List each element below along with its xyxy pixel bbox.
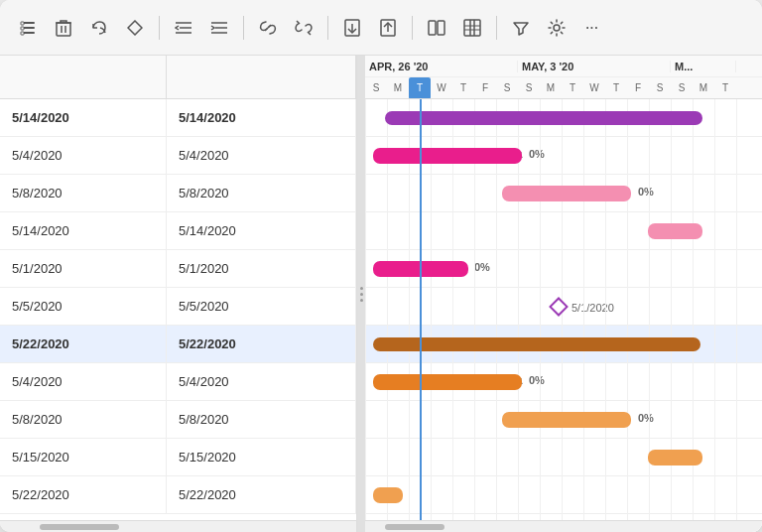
gantt-week-labels: APR, 26 '20MAY, 3 '20M...	[365, 56, 762, 77]
table-panel: 5/14/20205/14/20205/4/20205/4/20205/8/20…	[0, 56, 357, 532]
cell-baseline: 5/4/2020	[0, 363, 167, 400]
grid-button[interactable]	[456, 12, 488, 44]
table-row[interactable]: 5/14/20205/14/2020	[0, 212, 356, 250]
svg-rect-3	[21, 22, 24, 25]
svg-rect-25	[464, 20, 480, 36]
unlink-button[interactable]	[288, 12, 319, 44]
svg-rect-23	[429, 21, 436, 35]
day-label: M	[693, 77, 714, 99]
table-row[interactable]: 5/4/20205/4/2020	[0, 137, 356, 175]
settings-button[interactable]	[541, 12, 572, 44]
milestone-label: 5/1/2020	[572, 302, 614, 314]
day-label: S	[649, 77, 671, 99]
undo-button[interactable]	[83, 12, 115, 44]
gantt-bar	[502, 412, 631, 428]
gantt-header: APR, 26 '20MAY, 3 '20M...SMTWTFSSMTWTFSS…	[365, 56, 762, 99]
day-label: F	[474, 77, 496, 99]
svg-rect-4	[21, 27, 24, 30]
table-row[interactable]: 5/14/20205/14/2020	[0, 99, 356, 137]
import-button[interactable]	[336, 12, 368, 44]
gantt-row: 0%	[365, 401, 762, 439]
gantt-row: 0%	[365, 250, 762, 288]
link-button[interactable]	[252, 12, 284, 44]
svg-point-30	[554, 25, 560, 31]
cell-planned: 5/22/2020	[167, 326, 356, 362]
separator-5	[496, 16, 497, 40]
gantt-body: 0%↓0%0%5/1/20200%↓0%	[365, 99, 762, 520]
delete-button[interactable]	[48, 12, 79, 44]
table-row[interactable]: 5/5/20205/5/2020	[0, 288, 356, 326]
cell-planned: 5/14/2020	[167, 99, 356, 136]
svg-rect-6	[57, 23, 70, 36]
day-label: T	[714, 77, 736, 99]
gantt-row: 0%↓	[365, 363, 762, 401]
week-label: MAY, 3 '20	[518, 61, 671, 72]
svg-line-17	[297, 21, 300, 24]
gantt-bar	[373, 374, 522, 390]
grid-line	[583, 99, 584, 520]
toolbar: ···	[0, 0, 762, 56]
export-button[interactable]	[372, 12, 404, 44]
table-row[interactable]: 5/22/20205/22/2020	[0, 326, 356, 363]
cell-planned: 5/15/2020	[167, 439, 356, 475]
table-body: 5/14/20205/14/20205/4/20205/4/20205/8/20…	[0, 99, 356, 520]
svg-line-16	[265, 25, 271, 31]
grid-line	[540, 99, 541, 520]
day-label: S	[365, 77, 387, 99]
gantt-panel: APR, 26 '20MAY, 3 '20M...SMTWTFSSMTWTFSS…	[365, 56, 762, 532]
day-label: M	[387, 77, 409, 99]
filter-button[interactable]	[505, 12, 537, 44]
app-window: ··· 5/14/20205/14/20205/4/20205/4/20205/…	[0, 0, 762, 532]
cell-baseline: 5/22/2020	[0, 476, 167, 513]
cell-baseline: 5/8/2020	[0, 175, 167, 211]
gantt-scrollbar[interactable]	[365, 520, 762, 532]
indent-button[interactable]	[203, 12, 235, 44]
gantt-row: 0%	[365, 175, 762, 212]
grid-line	[714, 99, 715, 520]
col-header-planned	[167, 56, 356, 98]
svg-line-18	[308, 32, 311, 35]
milestone-diamond	[549, 297, 569, 317]
bar-label: 0%	[638, 186, 654, 198]
cell-baseline: 5/5/2020	[0, 288, 167, 325]
separator-1	[159, 16, 160, 40]
shape-button[interactable]	[119, 12, 151, 44]
gantt-bar	[373, 148, 522, 164]
more-button[interactable]: ···	[576, 12, 608, 44]
cell-baseline: 5/8/2020	[0, 401, 167, 438]
svg-rect-5	[21, 32, 24, 35]
day-label: S	[496, 77, 518, 99]
grid-line	[605, 99, 606, 520]
task-list-button[interactable]	[12, 12, 44, 44]
cell-planned: 5/5/2020	[167, 288, 356, 325]
day-label: M	[540, 77, 562, 99]
cell-baseline: 5/14/2020	[0, 99, 167, 136]
table-scrollbar[interactable]	[0, 520, 356, 532]
grid-line	[365, 99, 366, 520]
day-label: T	[562, 77, 583, 99]
table-row[interactable]: 5/8/20205/8/2020	[0, 401, 356, 439]
separator-3	[327, 16, 328, 40]
table-row[interactable]: 5/15/20205/15/2020	[0, 439, 356, 476]
gantt-bar	[502, 186, 631, 201]
gantt-row	[365, 99, 762, 137]
bar-label: 0%	[638, 412, 654, 424]
gantt-bar	[648, 223, 702, 239]
table-scrollbar-thumb[interactable]	[40, 524, 119, 530]
resize-handle[interactable]	[357, 56, 365, 532]
table-row[interactable]: 5/1/20205/1/2020	[0, 250, 356, 288]
table-row[interactable]: 5/22/20205/22/2020	[0, 476, 356, 514]
cell-planned: 5/1/2020	[167, 250, 356, 287]
day-label: F	[627, 77, 649, 99]
grid-line	[627, 99, 628, 520]
columns-button[interactable]	[421, 12, 452, 44]
gantt-scrollbar-thumb[interactable]	[385, 524, 444, 530]
table-row[interactable]: 5/4/20205/4/2020	[0, 363, 356, 401]
outdent-button[interactable]	[168, 12, 199, 44]
gantt-bar	[373, 337, 700, 351]
gantt-row	[365, 326, 762, 363]
gantt-row: 5/1/2020	[365, 288, 762, 326]
col-header-baseline	[0, 56, 167, 98]
day-label: W	[431, 77, 452, 99]
table-row[interactable]: 5/8/20205/8/2020	[0, 175, 356, 212]
